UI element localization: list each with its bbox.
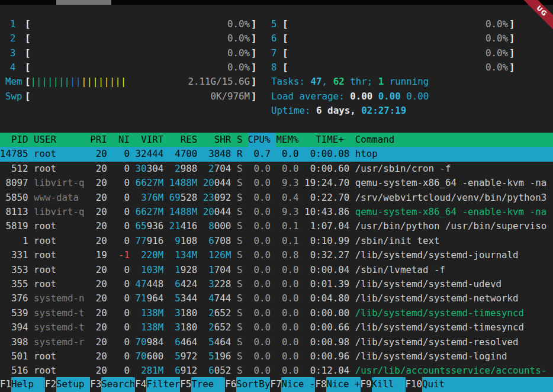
fnlabel-search[interactable]: Search bbox=[101, 377, 135, 392]
process-row[interactable]: 8113libvirt-q2006627M1488M20044S0.09.310… bbox=[0, 205, 553, 219]
cell-cmd: /lib/systemd/systemd-journald bbox=[355, 248, 553, 262]
cell-virt-mega: 103M bbox=[141, 264, 163, 275]
process-row[interactable]: 512root2003030429882704S0.00.00:00.60/us… bbox=[0, 162, 553, 176]
process-row[interactable]: 398systemd-r2007098464645464S0.00.00:00.… bbox=[0, 335, 553, 349]
cell-pid: 8097 bbox=[0, 176, 28, 190]
fnkey-f4[interactable]: F4 bbox=[135, 377, 146, 392]
fnkey-f6[interactable]: F6 bbox=[225, 377, 236, 392]
process-row[interactable]: 5850www-data200376M6952823092S0.00.40:22… bbox=[0, 191, 553, 205]
cell-time: 0:01.39 bbox=[298, 277, 349, 291]
fnkey-f7[interactable]: F7 bbox=[270, 377, 281, 392]
process-row[interactable]: 353root200103M19281704S0.00.00:00.04/sbi… bbox=[0, 263, 553, 277]
column-header-s[interactable]: S bbox=[237, 133, 248, 147]
cpu8-label: 8 bbox=[271, 60, 277, 75]
cell-res-mega: 5 bbox=[175, 293, 181, 304]
cell-virt: 77916 bbox=[130, 234, 163, 248]
cell-virt: 103M bbox=[130, 263, 163, 277]
cell-shr-rest: 652 bbox=[214, 322, 232, 333]
fnlabel-setup[interactable]: Setup bbox=[56, 377, 90, 392]
fnkey-f2[interactable]: F2 bbox=[45, 377, 56, 392]
cell-shr-mega: 20 bbox=[203, 206, 214, 217]
cell-cpu: 0.0 bbox=[243, 291, 271, 306]
cell-virt-mega: 138M bbox=[141, 322, 163, 333]
column-header-virt[interactable]: VIRT bbox=[130, 133, 163, 147]
cell-shr-rest: 744 bbox=[214, 293, 232, 304]
cpu7-label: 7 bbox=[271, 46, 277, 60]
cell-cpu: 0.0 bbox=[243, 176, 271, 190]
htop-terminal: UG 1[0.0%]2[0.0%]3[0.0%]4[0.0%]5[0.0%]6[… bbox=[0, 0, 553, 392]
cell-mem: 0.0 bbox=[271, 349, 299, 364]
cell-time: 10:43.86 bbox=[298, 205, 349, 219]
fnkey-f9[interactable]: F9 bbox=[361, 377, 372, 392]
process-row[interactable]: 331root19-1220M134M126MS0.00.80:32.27/li… bbox=[0, 248, 553, 262]
fnlabel-sortby[interactable]: SortBy bbox=[236, 377, 270, 392]
cell-shr: 8000 bbox=[197, 219, 231, 233]
fnkey-f1[interactable]: F1 bbox=[0, 377, 11, 392]
column-header-shr[interactable]: SHR bbox=[197, 133, 231, 147]
window-top-strip bbox=[0, 0, 553, 5]
fnkey-f10[interactable]: F10 bbox=[406, 377, 423, 392]
cell-res-rest: 988 bbox=[181, 163, 198, 174]
cell-cmd: /lib/systemd/systemd-resolved bbox=[355, 335, 553, 349]
process-row[interactable]: 1root2007791691086708S0.00.10:10.99/sbin… bbox=[0, 234, 553, 248]
cell-virt: 70984 bbox=[130, 335, 163, 349]
cell-virt-mega: 30 bbox=[136, 163, 147, 174]
fnlabel-kill[interactable]: Kill bbox=[372, 377, 406, 392]
column-header-time[interactable]: TIME+ bbox=[298, 133, 349, 147]
process-row[interactable]: 8097libvirt-q2006627M1488M20044S0.09.319… bbox=[0, 176, 553, 190]
process-row[interactable]: 394systemd-t200138M31802652S0.00.00:00.6… bbox=[0, 320, 553, 335]
cell-cpu: 0.0 bbox=[243, 320, 271, 335]
cell-time: 1:07.04 bbox=[298, 219, 349, 233]
cell-shr-mega: 20 bbox=[203, 177, 214, 188]
cell-res-mega: 3 bbox=[175, 322, 181, 333]
cell-res: 2988 bbox=[163, 162, 197, 176]
process-row[interactable]: 355root2004744864243228S0.00.00:01.39/li… bbox=[0, 277, 553, 291]
cell-ni: 0 bbox=[96, 364, 130, 378]
process-row[interactable]: 501root2007060059725196S0.00.00:00.96/li… bbox=[0, 349, 553, 364]
cell-res-mega: 9 bbox=[175, 235, 181, 246]
cell-mem: 9.3 bbox=[271, 205, 299, 219]
process-row[interactable]: 14785root2003244447003848R0.70.00:00.08h… bbox=[0, 147, 553, 161]
cell-shr-rest: 704 bbox=[214, 264, 232, 275]
process-row[interactable]: 376systemd-n2007196453444744S0.00.00:04.… bbox=[0, 291, 553, 306]
cell-cmd: /usr/lib/accountsservice/accounts- bbox=[355, 364, 553, 378]
cell-res-mega: 6 bbox=[175, 336, 181, 348]
fnlabel-filter[interactable]: Filter bbox=[146, 377, 180, 392]
process-row[interactable]: 5819root20065936214168000S0.00.11:07.04/… bbox=[0, 219, 553, 233]
fnlabel-nice-[interactable]: Nice - bbox=[281, 377, 315, 392]
column-header-mem[interactable]: MEM% bbox=[271, 133, 299, 147]
cell-mem: 0.4 bbox=[271, 191, 299, 205]
cpu6-value: 0.0% bbox=[414, 31, 508, 46]
fnlabel-quit[interactable]: Quit bbox=[422, 377, 553, 392]
cell-cpu: 0.0 bbox=[243, 248, 271, 262]
column-header-ni[interactable]: NI bbox=[96, 133, 130, 147]
meter-row-cpu7: 7[0.0%] bbox=[0, 46, 553, 60]
cpu5-open-bracket: [ bbox=[282, 17, 288, 31]
cell-cmd: /lib/systemd/systemd-networkd bbox=[355, 291, 553, 306]
cell-virt-mega: 65 bbox=[136, 220, 147, 232]
column-header-cmd[interactable]: Command bbox=[355, 133, 553, 147]
cell-mem: 0.0 bbox=[271, 291, 299, 306]
cell-cpu: 0.7 bbox=[243, 147, 271, 161]
fnkey-f8[interactable]: F8 bbox=[315, 377, 326, 392]
cell-res-mega: 2 bbox=[175, 163, 181, 174]
fnlabel-nice-[interactable]: Nice + bbox=[326, 377, 360, 392]
process-row[interactable]: 516root200281M69126052S0.00.00:12.04/usr… bbox=[0, 364, 553, 378]
cell-cmd: qemu-system-x86_64 -enable-kvm -na bbox=[355, 205, 553, 219]
cell-shr-rest: 704 bbox=[214, 163, 232, 174]
cell-res-rest: 700 bbox=[181, 148, 198, 159]
fnkey-f5[interactable]: F5 bbox=[180, 377, 191, 392]
process-row[interactable]: 539systemd-t200138M31802652S0.00.00:00.0… bbox=[0, 306, 553, 320]
cell-shr-mega: 5 bbox=[208, 336, 214, 348]
cell-shr-mega: 3 bbox=[208, 278, 214, 290]
fnkey-f3[interactable]: F3 bbox=[90, 377, 101, 392]
cell-shr-rest: 708 bbox=[214, 235, 232, 246]
cell-shr-mega: 2 bbox=[208, 307, 214, 319]
column-header-pid[interactable]: PID bbox=[0, 133, 28, 147]
scrollbar-thumb[interactable] bbox=[56, 0, 111, 5]
fnlabel-tree[interactable]: Tree bbox=[191, 377, 225, 392]
cell-shr-rest: 044 bbox=[214, 206, 232, 217]
cell-shr-rest: 228 bbox=[214, 278, 232, 290]
column-header-res[interactable]: RES bbox=[163, 133, 197, 147]
fnlabel-help[interactable]: Help bbox=[11, 377, 45, 392]
